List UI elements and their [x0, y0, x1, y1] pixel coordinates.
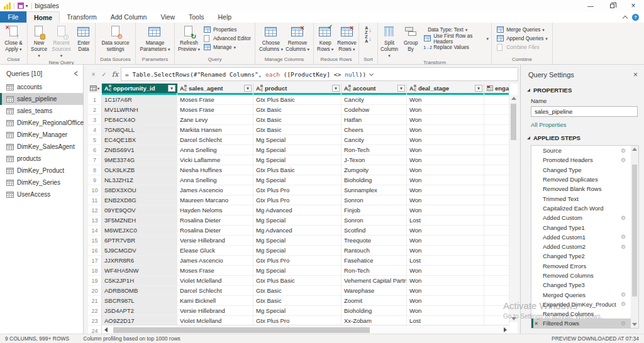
applied-step-added-custom1[interactable]: Added Custom1⚙: [531, 232, 638, 242]
cell[interactable]: Mg Special: [253, 175, 341, 185]
cell[interactable]: [484, 236, 509, 246]
row-number[interactable]: 18: [88, 266, 102, 276]
cell[interactable]: Gtx Plus Pro: [253, 195, 341, 205]
row-number[interactable]: 3: [88, 115, 102, 125]
applied-step-removed-blank-rows[interactable]: Removed Blank Rows: [531, 184, 638, 193]
cell[interactable]: Anna Snelling: [177, 145, 253, 155]
row-number[interactable]: 7: [88, 155, 102, 165]
column-header-account[interactable]: ABCaccount▾: [341, 84, 407, 93]
filter-dropdown-icon[interactable]: ▾: [168, 85, 175, 92]
applied-step-promoted-headers[interactable]: Promoted Headers⚙: [531, 155, 638, 165]
cell[interactable]: Scotfind: [341, 226, 407, 236]
row-number[interactable]: 19: [88, 276, 102, 286]
cell[interactable]: 09YE9QOV: [102, 205, 177, 215]
cell[interactable]: JSD4APT2: [102, 306, 177, 316]
cell[interactable]: Mg Special: [253, 135, 341, 145]
query-item-dimkey_regionaloffice[interactable]: DimKey_RegionalOffice: [0, 117, 83, 129]
column-header-deal_stage[interactable]: ABCdeal_stage▾: [407, 84, 484, 93]
cell[interactable]: Sonron: [341, 215, 407, 226]
use-first-row-as-headers-button[interactable]: Use First Row as Headers▾: [421, 35, 491, 43]
row-number[interactable]: 20: [88, 286, 102, 296]
cell[interactable]: [484, 276, 509, 286]
tab-view[interactable]: View: [153, 11, 182, 23]
row-number[interactable]: 21: [88, 296, 102, 306]
cell[interactable]: [484, 115, 509, 125]
cell[interactable]: Mg Special: [253, 145, 341, 155]
filter-dropdown-icon[interactable]: ▾: [397, 85, 405, 92]
column-header-sales_agent[interactable]: ABCsales_agent▾: [177, 84, 253, 93]
properties-button[interactable]: Properties: [201, 26, 253, 34]
cell[interactable]: SBCR987L: [102, 296, 177, 306]
remove-rows-button[interactable]: ×RemoveRows ▾: [336, 24, 358, 56]
cell[interactable]: James Ascencio: [177, 256, 253, 266]
cell[interactable]: Cancity: [341, 95, 407, 105]
cell[interactable]: 7GN8Q4LL: [102, 125, 177, 135]
cell[interactable]: Fasehatice: [341, 256, 407, 266]
cell[interactable]: [484, 256, 509, 266]
cell[interactable]: [484, 296, 509, 306]
cell[interactable]: Kami Bicknell: [177, 296, 253, 306]
applied-step-filtered-rows[interactable]: ×Filtered Rows⚙: [531, 318, 638, 328]
query-item-products[interactable]: products: [0, 153, 83, 165]
row-number[interactable]: 12: [88, 205, 102, 215]
cell[interactable]: Zumgoity: [341, 165, 407, 175]
cell[interactable]: Moses Frase: [177, 95, 253, 105]
applied-step-changed-type2[interactable]: Changed Type2: [531, 251, 638, 261]
query-item-useraccess[interactable]: UserAccess: [0, 188, 83, 200]
cell[interactable]: Markita Hansen: [177, 125, 253, 135]
cell[interactable]: 3F5MZNEH: [102, 215, 177, 226]
row-number[interactable]: 17: [88, 256, 102, 266]
cell[interactable]: Gtx Plus Basic: [253, 276, 341, 286]
cell[interactable]: JJXRR8R6: [102, 256, 177, 266]
cell[interactable]: Mg Special: [253, 246, 341, 256]
column-header-opportunity_id[interactable]: ABCopportunity_id▾: [102, 84, 177, 93]
cell[interactable]: Won: [407, 155, 484, 165]
row-number[interactable]: 23: [88, 316, 102, 326]
query-item-dimkey_manager[interactable]: DimKey_Manager: [0, 129, 83, 141]
cell[interactable]: MV1LWRNH: [102, 105, 177, 115]
cell[interactable]: ADRB8OMB: [102, 286, 177, 296]
row-number[interactable]: 1: [88, 95, 102, 105]
close-button[interactable]: ×: [623, 0, 644, 11]
group-by-button[interactable]: GroupBy: [400, 24, 421, 59]
cell[interactable]: Sonron: [341, 195, 407, 205]
cell[interactable]: Won: [407, 236, 484, 246]
cell[interactable]: Won: [407, 145, 484, 155]
save-icon[interactable]: [18, 3, 24, 9]
cell[interactable]: Darcel Schlecht: [177, 135, 253, 145]
cell[interactable]: Mg Special: [253, 306, 341, 316]
cell[interactable]: Violet Mclelland: [177, 276, 253, 286]
cell[interactable]: NL3JZH1Z: [102, 175, 177, 185]
cell[interactable]: Won: [407, 105, 484, 115]
cell[interactable]: [484, 95, 509, 105]
advanced-editor-button[interactable]: Advanced Editor: [201, 35, 253, 43]
cell[interactable]: [484, 306, 509, 316]
all-properties-link[interactable]: All Properties: [521, 121, 644, 133]
cell[interactable]: Gtx Basic: [253, 115, 341, 125]
cell[interactable]: Mg Advanced: [253, 205, 341, 215]
cell[interactable]: Codehow: [341, 105, 407, 115]
cell[interactable]: Moses Frase: [177, 105, 253, 115]
horizontal-scrollbar[interactable]: [102, 325, 509, 334]
collapse-queries-icon[interactable]: <: [74, 68, 78, 79]
step-settings-gear-icon[interactable]: ⚙: [621, 234, 626, 240]
cell[interactable]: Warephase: [341, 286, 407, 296]
row-number[interactable]: 9: [88, 175, 102, 185]
cell[interactable]: Darcel Schlecht: [177, 286, 253, 296]
cell[interactable]: ZNBS69V1: [102, 145, 177, 155]
formula-input[interactable]: = Table.SelectRows(#"Renamed Columns", e…: [121, 67, 518, 81]
cell[interactable]: J-Texon: [341, 155, 407, 165]
refresh-preview-button[interactable]: ↻RefreshPreview ▾: [177, 24, 201, 56]
cell[interactable]: Won: [407, 306, 484, 316]
combine-files-button[interactable]: Combine Files: [494, 43, 550, 52]
cell[interactable]: [484, 165, 509, 175]
cell[interactable]: [484, 125, 509, 135]
formula-expand-icon[interactable]: [369, 71, 374, 75]
cell[interactable]: Gtx Plus Basic: [253, 95, 341, 105]
enter-data-button[interactable]: EnterData: [73, 24, 94, 59]
step-settings-gear-icon[interactable]: ⚙: [621, 320, 626, 327]
tab-transform[interactable]: Transform: [60, 11, 103, 23]
sort-za-button[interactable]: ZA↓: [364, 35, 373, 43]
collapse-section-icon[interactable]: [527, 136, 530, 139]
steps-scroll-thumb[interactable]: [632, 165, 637, 297]
